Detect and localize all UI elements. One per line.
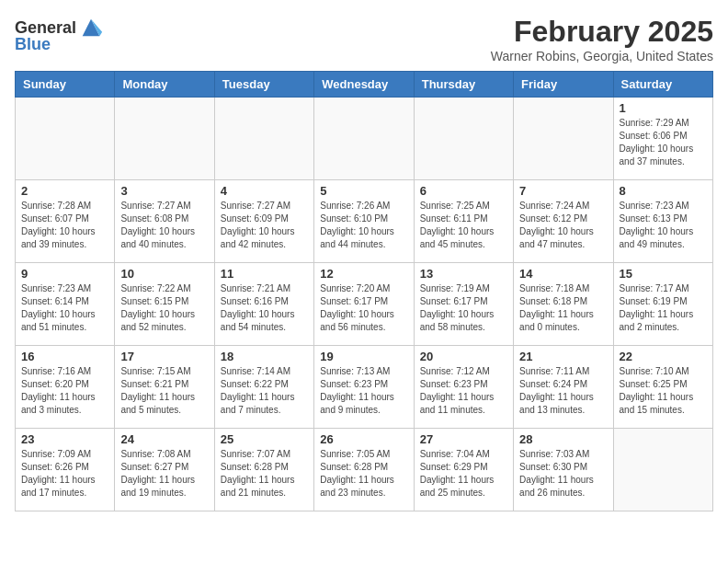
day-number: 10	[120, 267, 208, 281]
day-number: 18	[221, 350, 308, 363]
day-number: 22	[620, 350, 707, 363]
day-number: 28	[519, 432, 607, 446]
day-info: Sunrise: 7:28 AMSunset: 6:07 PMDaylight:…	[21, 200, 108, 251]
day-number: 1	[620, 101, 707, 115]
day-info: Sunrise: 7:13 AMSunset: 6:23 PMDaylight:…	[320, 365, 407, 417]
day-number: 8	[620, 184, 707, 198]
day-number: 2	[21, 184, 108, 198]
day-info: Sunrise: 7:20 AMSunset: 6:17 PMDaylight:…	[320, 282, 407, 334]
day-number: 23	[21, 432, 108, 446]
day-cell: 27Sunrise: 7:04 AMSunset: 6:29 PMDayligh…	[414, 429, 513, 511]
day-info: Sunrise: 7:15 AMSunset: 6:21 PMDaylight:…	[120, 365, 208, 417]
day-number: 26	[320, 432, 407, 446]
weekday-header-thursday: Thursday	[414, 72, 513, 98]
day-number: 11	[221, 267, 308, 281]
day-info: Sunrise: 7:22 AMSunset: 6:15 PMDaylight:…	[120, 282, 208, 334]
weekday-header-saturday: Saturday	[613, 72, 712, 98]
day-number: 12	[320, 267, 407, 281]
day-number: 24	[120, 432, 208, 446]
weekday-header-monday: Monday	[115, 72, 214, 98]
day-cell	[115, 98, 214, 180]
day-number: 16	[21, 350, 108, 363]
day-cell: 19Sunrise: 7:13 AMSunset: 6:23 PMDayligh…	[314, 346, 414, 429]
day-info: Sunrise: 7:05 AMSunset: 6:28 PMDaylight:…	[320, 448, 407, 500]
day-number: 6	[420, 184, 507, 198]
day-cell: 6Sunrise: 7:25 AMSunset: 6:11 PMDaylight…	[414, 180, 513, 263]
day-cell: 11Sunrise: 7:21 AMSunset: 6:16 PMDayligh…	[214, 263, 313, 346]
day-cell: 17Sunrise: 7:15 AMSunset: 6:21 PMDayligh…	[115, 346, 214, 429]
day-cell: 10Sunrise: 7:22 AMSunset: 6:15 PMDayligh…	[115, 263, 214, 346]
day-info: Sunrise: 7:26 AMSunset: 6:10 PMDaylight:…	[320, 200, 407, 251]
day-cell: 5Sunrise: 7:26 AMSunset: 6:10 PMDaylight…	[314, 180, 414, 263]
day-cell: 14Sunrise: 7:18 AMSunset: 6:18 PMDayligh…	[514, 263, 613, 346]
day-cell: 24Sunrise: 7:08 AMSunset: 6:27 PMDayligh…	[115, 429, 214, 511]
day-cell	[414, 98, 513, 180]
day-info: Sunrise: 7:10 AMSunset: 6:25 PMDaylight:…	[620, 365, 707, 417]
day-info: Sunrise: 7:18 AMSunset: 6:18 PMDaylight:…	[519, 282, 607, 334]
day-number: 20	[420, 350, 507, 363]
day-info: Sunrise: 7:04 AMSunset: 6:29 PMDaylight:…	[420, 448, 507, 500]
day-info: Sunrise: 7:24 AMSunset: 6:12 PMDaylight:…	[519, 200, 607, 251]
day-cell: 15Sunrise: 7:17 AMSunset: 6:19 PMDayligh…	[613, 263, 712, 346]
week-row-2: 2Sunrise: 7:28 AMSunset: 6:07 PMDaylight…	[16, 180, 713, 263]
day-cell: 9Sunrise: 7:23 AMSunset: 6:14 PMDaylight…	[16, 263, 115, 346]
day-cell	[314, 98, 414, 180]
day-cell: 2Sunrise: 7:28 AMSunset: 6:07 PMDaylight…	[16, 180, 115, 263]
header: General Blue February 2025 Warner Robins…	[15, 15, 713, 63]
day-cell: 4Sunrise: 7:27 AMSunset: 6:09 PMDaylight…	[214, 180, 313, 263]
day-info: Sunrise: 7:14 AMSunset: 6:22 PMDaylight:…	[221, 365, 308, 417]
day-info: Sunrise: 7:16 AMSunset: 6:20 PMDaylight:…	[21, 365, 108, 417]
day-cell: 3Sunrise: 7:27 AMSunset: 6:08 PMDaylight…	[115, 180, 214, 263]
day-info: Sunrise: 7:27 AMSunset: 6:08 PMDaylight:…	[120, 200, 208, 251]
day-number: 3	[120, 184, 208, 198]
day-cell: 12Sunrise: 7:20 AMSunset: 6:17 PMDayligh…	[314, 263, 414, 346]
day-number: 21	[519, 350, 607, 363]
week-row-5: 23Sunrise: 7:09 AMSunset: 6:26 PMDayligh…	[16, 429, 713, 511]
day-info: Sunrise: 7:07 AMSunset: 6:28 PMDaylight:…	[221, 448, 308, 500]
logo-icon	[78, 15, 104, 40]
day-cell: 22Sunrise: 7:10 AMSunset: 6:25 PMDayligh…	[613, 346, 712, 429]
day-cell: 7Sunrise: 7:24 AMSunset: 6:12 PMDaylight…	[514, 180, 613, 263]
weekday-header-wednesday: Wednesday	[314, 72, 414, 98]
day-info: Sunrise: 7:11 AMSunset: 6:24 PMDaylight:…	[519, 365, 607, 417]
day-number: 19	[320, 350, 407, 363]
day-number: 7	[519, 184, 607, 198]
day-info: Sunrise: 7:21 AMSunset: 6:16 PMDaylight:…	[221, 282, 308, 334]
day-number: 27	[420, 432, 507, 446]
weekday-header-tuesday: Tuesday	[214, 72, 313, 98]
day-cell: 21Sunrise: 7:11 AMSunset: 6:24 PMDayligh…	[514, 346, 613, 429]
day-cell: 13Sunrise: 7:19 AMSunset: 6:17 PMDayligh…	[414, 263, 513, 346]
day-number: 4	[221, 184, 308, 198]
day-number: 13	[420, 267, 507, 281]
day-cell: 26Sunrise: 7:05 AMSunset: 6:28 PMDayligh…	[314, 429, 414, 511]
title-area: February 2025 Warner Robins, Georgia, Un…	[491, 15, 713, 63]
month-title: February 2025	[491, 15, 713, 49]
day-cell: 18Sunrise: 7:14 AMSunset: 6:22 PMDayligh…	[214, 346, 313, 429]
day-info: Sunrise: 7:19 AMSunset: 6:17 PMDaylight:…	[420, 282, 507, 334]
week-row-1: 1Sunrise: 7:29 AMSunset: 6:06 PMDaylight…	[16, 98, 713, 180]
day-cell	[214, 98, 313, 180]
day-cell: 16Sunrise: 7:16 AMSunset: 6:20 PMDayligh…	[16, 346, 115, 429]
day-cell: 25Sunrise: 7:07 AMSunset: 6:28 PMDayligh…	[214, 429, 313, 511]
day-cell	[613, 429, 712, 511]
day-info: Sunrise: 7:08 AMSunset: 6:27 PMDaylight:…	[120, 448, 208, 500]
day-info: Sunrise: 7:17 AMSunset: 6:19 PMDaylight:…	[620, 282, 707, 334]
day-number: 25	[221, 432, 308, 446]
location-title: Warner Robins, Georgia, United States	[491, 49, 713, 63]
day-number: 5	[320, 184, 407, 198]
day-info: Sunrise: 7:27 AMSunset: 6:09 PMDaylight:…	[221, 200, 308, 251]
logo: General Blue	[15, 15, 104, 54]
day-number: 17	[120, 350, 208, 363]
day-cell: 28Sunrise: 7:03 AMSunset: 6:30 PMDayligh…	[514, 429, 613, 511]
week-row-4: 16Sunrise: 7:16 AMSunset: 6:20 PMDayligh…	[16, 346, 713, 429]
day-cell: 20Sunrise: 7:12 AMSunset: 6:23 PMDayligh…	[414, 346, 513, 429]
day-number: 14	[519, 267, 607, 281]
week-row-3: 9Sunrise: 7:23 AMSunset: 6:14 PMDaylight…	[16, 263, 713, 346]
day-info: Sunrise: 7:25 AMSunset: 6:11 PMDaylight:…	[420, 200, 507, 251]
day-number: 9	[21, 267, 108, 281]
day-cell	[16, 98, 115, 180]
day-cell: 8Sunrise: 7:23 AMSunset: 6:13 PMDaylight…	[613, 180, 712, 263]
day-info: Sunrise: 7:23 AMSunset: 6:13 PMDaylight:…	[620, 200, 707, 251]
day-info: Sunrise: 7:03 AMSunset: 6:30 PMDaylight:…	[519, 448, 607, 500]
day-info: Sunrise: 7:09 AMSunset: 6:26 PMDaylight:…	[21, 448, 108, 500]
